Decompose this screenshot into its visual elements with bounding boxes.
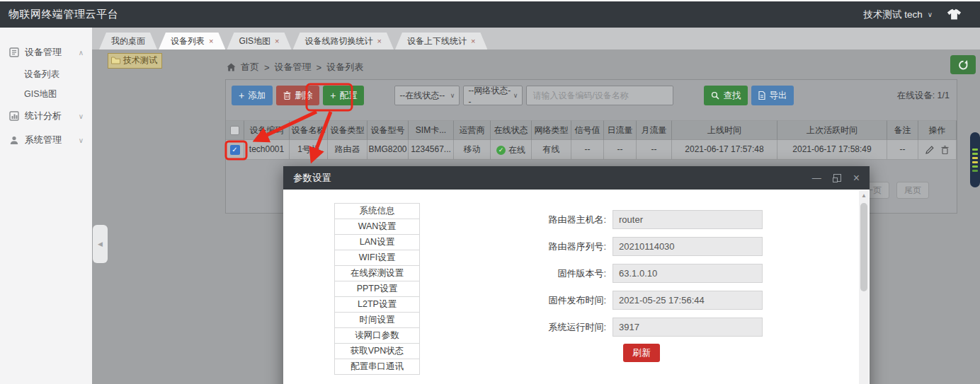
tree-node-selected[interactable]: 技术测试 bbox=[108, 53, 162, 69]
online-status-text: 在线 bbox=[508, 141, 525, 160]
sidebar-group-label: 系统管理 bbox=[25, 134, 62, 146]
firmware-release-label: 固件发布时间: bbox=[435, 294, 612, 307]
breadcrumb-device-list[interactable]: 设备列表 bbox=[326, 61, 363, 74]
menu-system-info[interactable]: 系统信息 bbox=[334, 203, 420, 219]
system-uptime-field[interactable] bbox=[612, 318, 763, 337]
online-device-count: 在线设备: 1/1 bbox=[897, 90, 951, 102]
close-icon[interactable]: × bbox=[471, 37, 475, 45]
online-count-label: 在线设备: bbox=[897, 91, 935, 100]
cell-device-name: 1号杆 bbox=[290, 140, 328, 160]
tab-label: 设备上下线统计 bbox=[407, 35, 467, 47]
dialog-scrollbar[interactable]: ▲ bbox=[859, 190, 869, 384]
refresh-info-button[interactable]: 刷新 bbox=[623, 344, 660, 362]
cell-network-type: 有线 bbox=[532, 140, 571, 160]
cell-device-model: BMG8200 bbox=[368, 140, 409, 160]
col-online-time: 上线时间 bbox=[672, 120, 777, 140]
row-checkbox[interactable]: ✓ bbox=[230, 145, 240, 155]
config-label: 配置 bbox=[339, 90, 357, 102]
col-device-code: 设备编码 bbox=[244, 120, 290, 140]
delete-trash-icon[interactable] bbox=[941, 146, 949, 154]
panel-collapse-handle[interactable]: ◀ bbox=[93, 225, 108, 263]
form-row: 系统运行时间: bbox=[435, 318, 763, 337]
col-device-name: 设备名称 bbox=[290, 120, 328, 140]
menu-lan-settings[interactable]: LAN设置 bbox=[334, 234, 420, 250]
chevron-down-icon: ∨ bbox=[450, 92, 455, 99]
table-row[interactable]: ✓ tech0001 1号杆 路由器 BMG8200 1234567... 移动… bbox=[226, 140, 957, 160]
floating-signal-widget[interactable] bbox=[970, 132, 980, 187]
online-status-select[interactable]: --在线状态-- ∨ bbox=[394, 86, 460, 105]
cell-online-status: ✓在线 bbox=[491, 140, 532, 160]
device-search-input[interactable] bbox=[526, 86, 673, 105]
close-icon[interactable]: × bbox=[209, 37, 213, 45]
tab-label: GIS地图 bbox=[239, 35, 270, 47]
router-serial-field[interactable] bbox=[612, 237, 763, 256]
tab-gis-map[interactable]: GIS地图 × bbox=[227, 33, 291, 50]
menu-pptp-settings[interactable]: PPTP设置 bbox=[334, 281, 420, 297]
user-name: 技术测试 tech bbox=[863, 8, 922, 21]
col-device-model: 设备型号 bbox=[368, 120, 409, 140]
device-list-icon bbox=[9, 47, 19, 57]
menu-online-probe-settings[interactable]: 在线探测设置 bbox=[334, 265, 420, 281]
folder-icon bbox=[111, 57, 120, 64]
close-icon[interactable]: × bbox=[275, 37, 279, 45]
dialog-header[interactable]: 参数设置 — × bbox=[283, 166, 870, 190]
minimize-icon[interactable]: — bbox=[812, 173, 821, 182]
edit-pencil-icon[interactable] bbox=[925, 146, 934, 154]
delete-device-button[interactable]: 删除 bbox=[276, 86, 319, 105]
network-status-select[interactable]: --网络状态-- ∨ bbox=[463, 86, 523, 105]
tab-device-list[interactable]: 设备列表 × bbox=[159, 33, 225, 50]
sidebar-group-statistics[interactable]: 统计分析 ∨ bbox=[0, 104, 92, 128]
dialog-body: 系统信息 WAN设置 LAN设置 WIFI设置 在线探测设置 PPTP设置 L2… bbox=[283, 190, 870, 384]
cell-last-active-time: 2021-06-17 17:58:49 bbox=[777, 140, 887, 160]
sidebar-item-gis-map[interactable]: GIS地图 bbox=[0, 84, 92, 104]
col-online-status: 在线状态 bbox=[491, 120, 532, 140]
sidebar-group-system-management[interactable]: 系统管理 ∨ bbox=[0, 128, 92, 152]
firmware-release-field[interactable] bbox=[612, 291, 763, 310]
sidebar-group-label: 统计分析 bbox=[25, 110, 62, 122]
tab-online-offline-stats[interactable]: 设备上下线统计 × bbox=[395, 33, 487, 50]
menu-time-settings[interactable]: 时间设置 bbox=[334, 312, 420, 328]
breadcrumb-separator: > bbox=[264, 62, 270, 73]
device-table: 设备编码 设备名称 设备类型 设备型号 SIM卡... 运营商 在线状态 网络类… bbox=[226, 120, 957, 160]
export-file-icon bbox=[758, 91, 765, 100]
close-icon[interactable]: × bbox=[377, 37, 382, 45]
router-serial-label: 路由器序列号: bbox=[435, 240, 612, 253]
refresh-page-button[interactable] bbox=[950, 55, 976, 74]
export-button[interactable]: 导出 bbox=[751, 86, 794, 105]
user-menu[interactable]: 技术测试 tech ∨ bbox=[863, 8, 933, 21]
plus-icon: + bbox=[239, 91, 244, 100]
tab-line-switch-stats[interactable]: 设备线路切换统计 × bbox=[293, 33, 394, 50]
menu-read-port-params[interactable]: 读网口参数 bbox=[334, 327, 420, 344]
cell-daily-traffic: -- bbox=[604, 140, 637, 160]
menu-wifi-settings[interactable]: WIFI设置 bbox=[334, 250, 420, 266]
tree-node-label: 技术测试 bbox=[123, 54, 157, 66]
menu-wan-settings[interactable]: WAN设置 bbox=[334, 219, 420, 235]
sidebar-item-device-list[interactable]: 设备列表 bbox=[0, 64, 92, 84]
scrollbar-thumb[interactable] bbox=[860, 203, 867, 291]
sidebar-group-device-management[interactable]: 设备管理 ∧ bbox=[0, 40, 92, 64]
menu-serial-comm-config[interactable]: 配置串口通讯 bbox=[334, 359, 420, 375]
breadcrumb-home[interactable]: 首页 bbox=[241, 61, 259, 74]
configure-device-button[interactable]: + 配置 bbox=[323, 86, 364, 105]
close-icon[interactable]: × bbox=[853, 173, 860, 184]
menu-get-vpn-status[interactable]: 获取VPN状态 bbox=[334, 343, 420, 359]
col-carrier: 运营商 bbox=[454, 120, 491, 140]
form-row: 固件版本号: bbox=[435, 264, 763, 283]
col-sim-card: SIM卡... bbox=[409, 120, 454, 140]
last-page-button[interactable]: 尾页 bbox=[896, 182, 929, 199]
select-all-checkbox[interactable] bbox=[230, 126, 239, 135]
chevron-up-icon: ∧ bbox=[79, 49, 84, 57]
add-label: 添加 bbox=[248, 90, 266, 102]
menu-l2tp-settings[interactable]: L2TP设置 bbox=[334, 296, 420, 313]
firmware-version-field[interactable] bbox=[612, 264, 763, 283]
router-hostname-field[interactable] bbox=[612, 210, 763, 229]
breadcrumb-device-management[interactable]: 设备管理 bbox=[275, 61, 312, 74]
add-device-button[interactable]: + 添加 bbox=[232, 86, 273, 105]
search-button[interactable]: 查找 bbox=[704, 86, 748, 105]
scroll-up-arrow-icon[interactable]: ▲ bbox=[859, 190, 869, 202]
tshirt-icon[interactable] bbox=[947, 8, 962, 21]
chevron-down-icon: ∨ bbox=[79, 112, 84, 120]
tab-my-desktop[interactable]: 我的桌面 bbox=[99, 33, 157, 50]
router-hostname-label: 路由器主机名: bbox=[435, 214, 612, 226]
maximize-icon[interactable] bbox=[833, 174, 841, 182]
